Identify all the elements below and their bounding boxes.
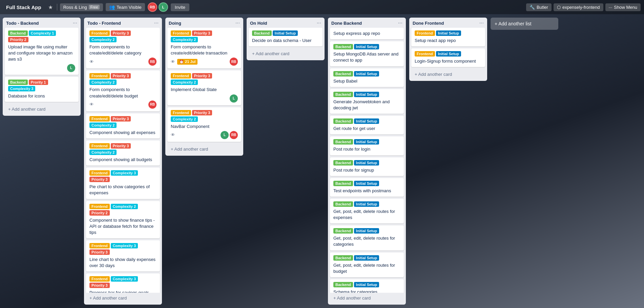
due-date-badge: ⏰ 21 Jul <box>177 59 198 65</box>
list-todo-backend: Todo - Backend···BackendComplexity 1Prio… <box>3 18 81 116</box>
card-labels-tf6: FrontendComplexity 2Priority 2 <box>89 204 157 216</box>
card-tf7[interactable]: FrontendComplexity 3Priority 3Line chart… <box>86 240 160 271</box>
label-priority-3: Priority 3 <box>192 110 212 115</box>
card-avatars-d3: LRB <box>221 131 238 139</box>
label-backend: Backend <box>333 255 353 261</box>
card-db6[interactable]: BackendInitial SetupPost route for signu… <box>330 157 404 176</box>
label-frontend: Frontend <box>415 30 435 36</box>
card-oh1[interactable]: BackendInitial SetupDecide on data schem… <box>249 28 323 46</box>
label-complexity-3: Complexity 3 <box>8 86 35 91</box>
card-labels-db9: BackendInitial Setup <box>333 228 400 234</box>
list-cards-doing: FrontendPriority 3Complexity 2Form compo… <box>165 28 243 144</box>
card-db0[interactable]: Setup express app repo <box>330 28 404 39</box>
card-title-tf8: Progress bar for savings goals <box>89 290 157 293</box>
card-db5[interactable]: BackendInitial SetupPost route for login <box>330 136 404 155</box>
card-d1[interactable]: FrontendPriority 3Complexity 2Form compo… <box>167 28 241 68</box>
list-cards-done-frontend: FrontendInitial SetupSetup react app rep… <box>409 28 487 69</box>
label-backend: Backend <box>333 118 353 124</box>
card-db8[interactable]: BackendInitial SetupGet, post, edit, del… <box>330 199 404 223</box>
add-card-button-on-hold[interactable]: + Add another card <box>249 49 323 58</box>
card-db10[interactable]: BackendInitial SetupGet, post, edit, del… <box>330 252 404 277</box>
list-on-hold: On Hold···BackendInitial SetupDecide on … <box>247 18 325 60</box>
add-card-button-done-backend[interactable]: + Add another card <box>330 293 404 303</box>
card-d3[interactable]: FrontendPriority 3Complexity 2NavBar Com… <box>167 107 241 142</box>
card-db11[interactable]: BackendInitial SetupSchema for categorie… <box>330 279 404 293</box>
card-d2[interactable]: FrontendPriority 3Complexity 2Implement … <box>167 70 241 105</box>
add-card-button-done-frontend[interactable]: + Add another card <box>411 70 485 79</box>
card-title-oh1: Decide on data schema - User <box>252 38 319 44</box>
card-db7[interactable]: BackendInitial SetupTest endpoints with … <box>330 178 404 197</box>
label-complexity-2: Complexity 2 <box>89 123 117 128</box>
workspace-button[interactable]: Ross & Ling Free <box>60 3 103 11</box>
label-priority-2: Priority 2 <box>89 210 110 216</box>
card-footer-tb1: L <box>8 64 75 72</box>
card-tf5[interactable]: FrontendComplexity 3Priority 3Pie chart … <box>86 168 160 199</box>
card-tf4[interactable]: FrontendPriority 3Complexity 2Component … <box>86 140 160 166</box>
card-db3[interactable]: BackendInitial SetupGenerate Jsonwebtoke… <box>330 89 404 114</box>
list-menu-button-doing[interactable]: ··· <box>235 20 240 26</box>
card-tb1[interactable]: BackendComplexity 1Priority 2Upload imag… <box>5 28 79 75</box>
list-title-todo-backend: Todo - Backend <box>6 21 39 26</box>
team-button[interactable]: 👥 Team Visible <box>106 3 145 11</box>
card-title-db3: Generate Jsonwebtoken and decoding jwt <box>333 99 400 111</box>
card-tf3[interactable]: FrontendPriority 3Complexity 2Component … <box>86 113 160 138</box>
label-priority-3: Priority 3 <box>192 30 212 36</box>
card-title-tf4: Component showing all budgets <box>89 157 157 163</box>
card-labels-tf1: FrontendPriority 3Complexity 2 <box>89 30 157 42</box>
list-menu-button-done-backend[interactable]: ··· <box>398 20 402 26</box>
label-backend: Backend <box>252 30 272 36</box>
card-labels-d2: FrontendPriority 3Complexity 2 <box>171 73 238 85</box>
card-tb2[interactable]: BackendPrority 1Complexity 3Database for… <box>5 77 79 102</box>
card-meta-left-d1: 👁⏰ 21 Jul <box>171 59 198 65</box>
list-header-done-frontend: Done Frontend··· <box>409 18 487 28</box>
card-df2[interactable]: FrontendInitial SetupLogin-Signup forms … <box>411 48 485 67</box>
card-db2[interactable]: BackendInitial SetupSetup Babel <box>330 68 404 87</box>
card-labels-tf2: FrontendPriority 3Complexity 2 <box>89 73 157 85</box>
card-labels-tf8: FrontendComplexity 3Priority 3 <box>89 276 157 288</box>
card-db9[interactable]: BackendInitial SetupGet, post, edit, del… <box>330 225 404 250</box>
label-backend: Backend <box>8 80 28 85</box>
invite-button[interactable]: Invite <box>171 3 189 11</box>
label-prority-1: Prority 1 <box>29 80 48 85</box>
add-card-button-todo-frontend[interactable]: + Add another card <box>86 293 160 303</box>
card-db1[interactable]: BackendInitial SetupSetup MongoDB Atlas … <box>330 41 404 66</box>
card-tf2[interactable]: FrontendPriority 3Complexity 2Form compo… <box>86 70 160 111</box>
label-priority-2: Priority 2 <box>8 37 28 42</box>
card-tf8[interactable]: FrontendComplexity 3Priority 3Progress b… <box>86 273 160 293</box>
card-title-d1: Form components to create/edit/delete tr… <box>171 44 238 56</box>
card-title-db6: Post route for signup <box>333 167 400 173</box>
card-tf6[interactable]: FrontendComplexity 2Priority 2Component … <box>86 201 160 239</box>
list-menu-button-todo-frontend[interactable]: ··· <box>154 20 159 26</box>
card-footer-d1: 👁⏰ 21 JulRB <box>171 58 238 66</box>
card-avatars-tb1: L <box>67 64 75 72</box>
add-card-button-todo-backend[interactable]: + Add another card <box>5 105 79 114</box>
star-button[interactable]: ★ <box>47 3 54 11</box>
label-complexity-1: Complexity 1 <box>29 30 56 36</box>
card-db4[interactable]: BackendInitial SetupGet route for get us… <box>330 116 404 134</box>
card-labels-db6: BackendInitial Setup <box>333 160 400 166</box>
label-priority-3: Priority 3 <box>111 73 131 79</box>
header-right: 🔧 Butler ⬡ expensely-frontend ··· Show M… <box>526 3 641 11</box>
list-menu-button-todo-backend[interactable]: ··· <box>73 20 77 26</box>
card-title-tf7: Line chart to show daily expenses over 3… <box>89 257 157 269</box>
card-labels-df1: FrontendInitial Setup <box>415 30 482 36</box>
list-menu-button-on-hold[interactable]: ··· <box>317 20 321 26</box>
add-card-button-doing[interactable]: + Add another card <box>167 145 241 154</box>
card-title-db5: Post route for login <box>333 146 400 152</box>
avatar-l[interactable]: L <box>159 2 168 12</box>
repo-button[interactable]: ⬡ expensely-frontend <box>554 3 603 11</box>
add-list-button[interactable]: + Add another list <box>491 18 558 30</box>
label-priority-3: Priority 3 <box>111 30 131 36</box>
card-avatar-l: L <box>221 131 229 139</box>
workspace-name: Ross & Ling <box>63 5 87 10</box>
card-df1[interactable]: FrontendInitial SetupSetup react app rep… <box>411 28 485 46</box>
list-menu-button-done-frontend[interactable]: ··· <box>479 20 484 26</box>
list-title-done-backend: Done Backend <box>331 21 362 26</box>
card-tf1[interactable]: FrontendPriority 3Complexity 2Form compo… <box>86 28 160 68</box>
avatar-rb[interactable]: RB <box>148 2 157 12</box>
butler-button[interactable]: 🔧 Butler <box>526 3 552 11</box>
card-title-df2: Login-Signup forms component <box>415 58 482 64</box>
label-complexity-2: Complexity 2 <box>111 204 138 209</box>
butler-icon: 🔧 <box>529 5 535 10</box>
menu-button[interactable]: ··· Show Menu <box>605 3 641 11</box>
